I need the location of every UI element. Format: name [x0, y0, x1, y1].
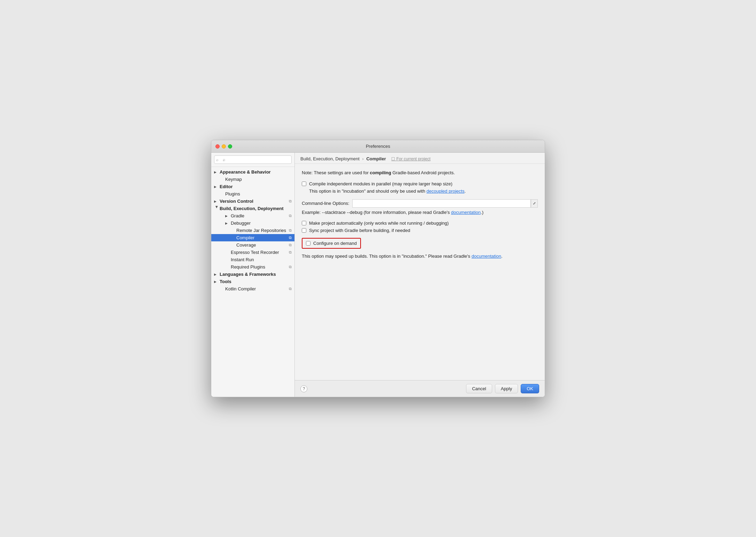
checkbox-row-parallel: Compile independent modules in parallel … — [302, 181, 538, 186]
copy-icon-kotlin: ⧉ — [289, 287, 292, 291]
sidebar: ⌕ ▶ Appearance & Behavior Keymap ▶ — [211, 153, 295, 397]
breadcrumb-separator: › — [362, 156, 363, 161]
bottom-bar: ? Cancel Apply OK — [295, 380, 545, 397]
documentation-link-2[interactable]: documentation — [472, 254, 501, 259]
sidebar-item-compiler[interactable]: Compiler ⧉ — [211, 234, 294, 241]
search-icon: ⌕ — [216, 158, 219, 162]
note-text: Note: These settings are used for compil… — [302, 169, 538, 176]
sidebar-label-languages: Languages & Frameworks — [220, 272, 292, 277]
apply-button[interactable]: Apply — [495, 384, 518, 393]
expand-commandline-button[interactable]: ⤢ — [531, 199, 538, 208]
configure-demand-note: This option may speed up builds. This op… — [302, 253, 538, 260]
tree-arrow-languages: ▶ — [214, 273, 220, 276]
checkbox-make[interactable] — [302, 221, 306, 225]
titlebar: Preferences — [211, 140, 545, 153]
minimize-button[interactable] — [222, 144, 226, 149]
sidebar-item-keymap[interactable]: Keymap — [211, 176, 294, 183]
preferences-window: Preferences ⌕ ▶ Appearance & Behavior — [211, 140, 545, 397]
maximize-button[interactable] — [228, 144, 232, 149]
sidebar-label-kotlin: Kotlin Compiler — [225, 286, 288, 291]
sidebar-label-gradle: Gradle — [231, 213, 288, 218]
checkbox-row-sync: Sync project with Gradle before building… — [302, 228, 538, 233]
sidebar-item-debugger[interactable]: ▶ Debugger — [211, 219, 294, 227]
decoupled-projects-link[interactable]: decoupled projects — [426, 189, 464, 194]
sidebar-item-tools[interactable]: ▶ Tools — [211, 278, 294, 285]
configure-demand-box: Configure on demand — [302, 238, 361, 249]
close-button[interactable] — [215, 144, 220, 149]
sidebar-label-espresso: Espresso Test Recorder — [231, 250, 288, 255]
sidebar-item-coverage[interactable]: Coverage ⧉ — [211, 241, 294, 249]
checkbox-sync-label: Sync project with Gradle before building… — [309, 228, 410, 233]
copy-icon-espresso: ⧉ — [289, 250, 292, 255]
documentation-link-1[interactable]: documentation — [451, 210, 481, 215]
tree-arrow-editor: ▶ — [214, 185, 220, 189]
copy-icon-compiler: ⧉ — [289, 235, 292, 240]
configure-demand-label: Configure on demand — [313, 241, 357, 246]
commandline-row: Command-line Options: ⤢ — [302, 199, 538, 208]
sidebar-label-build: Build, Execution, Deployment — [220, 206, 292, 211]
tree-arrow-appearance: ▶ — [214, 170, 220, 174]
note-prefix: Note: These settings are used for — [302, 170, 370, 175]
sidebar-label-tools: Tools — [220, 279, 292, 284]
cancel-button[interactable]: Cancel — [466, 384, 492, 393]
sidebar-tree: ▶ Appearance & Behavior Keymap ▶ Editor … — [211, 167, 294, 397]
checkbox-make-label: Make project automatically (only works w… — [309, 221, 449, 226]
checkbox-configure-demand[interactable] — [306, 241, 310, 246]
sidebar-item-languages[interactable]: ▶ Languages & Frameworks — [211, 271, 294, 278]
main-content-area: ⌕ ▶ Appearance & Behavior Keymap ▶ — [211, 153, 545, 397]
commandline-label: Command-line Options: — [302, 201, 349, 206]
sidebar-label-debugger: Debugger — [231, 221, 292, 226]
sidebar-item-required-plugins[interactable]: Required Plugins ⧉ — [211, 263, 294, 271]
sidebar-item-plugins[interactable]: Plugins — [211, 190, 294, 198]
sidebar-item-instant-run[interactable]: Instant Run — [211, 256, 294, 263]
copy-icon-coverage: ⧉ — [289, 243, 292, 247]
configure-demand-section: Configure on demand — [302, 238, 538, 251]
traffic-lights — [215, 144, 232, 149]
sub-note-parallel: This option is in "incubation" and shoul… — [309, 189, 538, 194]
search-box: ⌕ — [211, 153, 294, 167]
sidebar-label-compiler: Compiler — [236, 235, 288, 240]
copy-icon-gradle: ⧉ — [289, 214, 292, 218]
example-prefix: Example: --stacktrace --debug (for more … — [302, 210, 451, 215]
tree-arrow-tools: ▶ — [214, 280, 220, 283]
sidebar-label-required: Required Plugins — [231, 264, 288, 270]
sidebar-item-version-control[interactable]: ▶ Version Control ⧉ — [211, 198, 294, 205]
checkbox-row-make: Make project automatically (only works w… — [302, 221, 538, 226]
tree-arrow-gradle: ▶ — [225, 214, 231, 218]
checkbox-sync[interactable] — [302, 228, 306, 233]
note-bold: compiling — [370, 170, 391, 175]
breadcrumb-path: Build, Execution, Deployment — [300, 156, 360, 161]
sidebar-item-appearance-behavior[interactable]: ▶ Appearance & Behavior — [211, 168, 294, 176]
sidebar-label-keymap: Keymap — [225, 177, 292, 182]
sidebar-label-remote: Remote Jar Repositories — [236, 228, 288, 233]
sidebar-item-build-execution[interactable]: ▶ Build, Execution, Deployment — [211, 205, 294, 212]
sidebar-item-editor[interactable]: ▶ Editor — [211, 183, 294, 190]
sidebar-label-plugins: Plugins — [225, 191, 292, 197]
help-icon: ? — [303, 386, 305, 391]
tree-arrow-build: ▶ — [215, 206, 219, 211]
project-link-label: For current project — [396, 157, 431, 161]
breadcrumb-bar: Build, Execution, Deployment › Compiler … — [295, 153, 545, 164]
sidebar-label-instant: Instant Run — [231, 257, 292, 262]
example-text: Example: --stacktrace --debug (for more … — [302, 210, 538, 215]
settings-panel: Build, Execution, Deployment › Compiler … — [295, 153, 545, 397]
setting-group-parallel: Compile independent modules in parallel … — [302, 181, 538, 194]
commandline-input[interactable] — [352, 199, 531, 208]
checkbox-parallel[interactable] — [302, 182, 306, 186]
sub-note-suffix: . — [464, 189, 466, 194]
sidebar-item-remote-jar[interactable]: Remote Jar Repositories ⧉ — [211, 227, 294, 234]
sidebar-item-espresso[interactable]: Espresso Test Recorder ⧉ — [211, 249, 294, 256]
tree-arrow-vc: ▶ — [214, 200, 220, 203]
example-suffix: .) — [481, 210, 483, 215]
breadcrumb-project-link[interactable]: ☐ For current project — [391, 157, 430, 161]
sidebar-item-kotlin[interactable]: Kotlin Compiler ⧉ — [211, 285, 294, 292]
help-button[interactable]: ? — [300, 385, 307, 392]
sidebar-item-gradle[interactable]: ▶ Gradle ⧉ — [211, 212, 294, 219]
copy-icon-remote: ⧉ — [289, 228, 292, 233]
copy-icon-vc: ⧉ — [289, 199, 292, 203]
ok-button[interactable]: OK — [521, 384, 539, 393]
search-input[interactable] — [214, 155, 292, 164]
configure-note-suffix: . — [501, 254, 503, 259]
note-suffix: Gradle-based Android projects. — [391, 170, 455, 175]
configure-note-prefix: This option may speed up builds. This op… — [302, 254, 472, 259]
